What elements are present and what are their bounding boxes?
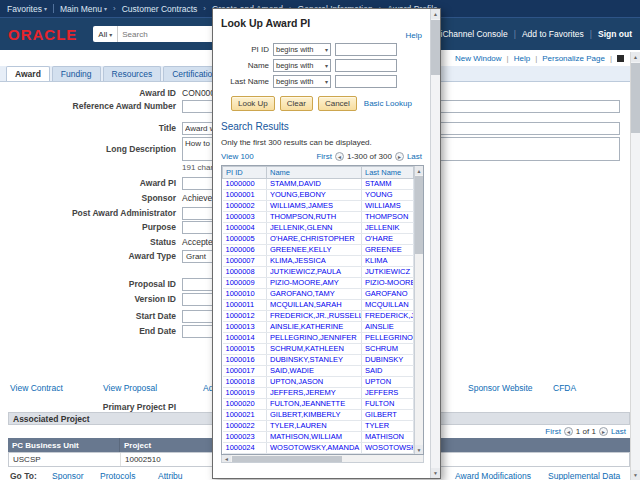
last-name-operator-select[interactable]: begins with ▾	[273, 75, 331, 88]
last-name-column-header[interactable]: Last Name	[362, 167, 414, 179]
last-name-link[interactable]: WOSOTOWSKY	[365, 443, 414, 452]
pi-id-column-link[interactable]: PI ID	[226, 168, 243, 177]
last-name-link[interactable]: JUTKIEWICZ	[365, 267, 410, 276]
scroll-up-icon[interactable]: ▲	[631, 52, 640, 62]
pi-id-link[interactable]: 1000012	[226, 311, 255, 320]
pi-id-link[interactable]: 1000001	[226, 190, 255, 199]
name-link[interactable]: DUBINSKY,STANLEY	[270, 355, 343, 364]
tab-funding[interactable]: Funding	[52, 66, 101, 81]
name-link[interactable]: PIZIO-MOORE,AMY	[270, 278, 339, 287]
pi-id-link[interactable]: 1000014	[226, 333, 255, 342]
scrollbar-thumb[interactable]	[431, 20, 440, 75]
name-link[interactable]: JUTKIEWICZ,PAULA	[270, 267, 341, 276]
results-vertical-scrollbar[interactable]: ▲ ▼	[414, 166, 423, 454]
scroll-down-icon[interactable]: ▼	[631, 470, 640, 480]
pi-id-link[interactable]: 1000023	[226, 432, 255, 441]
name-link[interactable]: TYLER,LAUREN	[270, 421, 327, 430]
name-input[interactable]	[335, 59, 397, 72]
pi-id-link[interactable]: 1000021	[226, 410, 255, 419]
name-link[interactable]: AINSLIE,KATHERINE	[270, 322, 343, 331]
last-name-link[interactable]: STAMM	[365, 179, 392, 188]
name-link[interactable]: THOMPSON,RUTH	[270, 212, 336, 221]
pi-id-link[interactable]: 1000007	[226, 256, 255, 265]
pi-id-link[interactable]: 1000019	[226, 388, 255, 397]
first-page-link[interactable]: First	[316, 152, 332, 161]
clear-button[interactable]: Clear	[280, 96, 313, 111]
view-proposal-link[interactable]: View Proposal	[103, 383, 157, 393]
pi-id-link[interactable]: 1000020	[226, 399, 255, 408]
view-contract-link[interactable]: View Contract	[10, 383, 63, 393]
name-link[interactable]: WOSOTOWSKY,AMANDA	[270, 443, 359, 452]
last-name-link[interactable]: SAID	[365, 366, 383, 375]
name-link[interactable]: FULTON,JEANNETTE	[270, 399, 345, 408]
cfda-link[interactable]: CFDA	[553, 383, 576, 393]
goto-attributes-link[interactable]: Attribu	[158, 471, 183, 480]
name-link[interactable]: YOUNG,EBONY	[270, 190, 326, 199]
last-name-link[interactable]: GAROFANO	[365, 289, 408, 298]
previous-page-icon[interactable]: ◄	[335, 152, 344, 161]
name-link[interactable]: MCQUILLAN,SARAH	[270, 300, 342, 309]
last-name-link[interactable]: PIZIO-MOORE	[365, 278, 414, 287]
scroll-down-icon[interactable]: ▼	[415, 445, 423, 454]
basic-lookup-link[interactable]: Basic Lookup	[364, 99, 412, 108]
name-link[interactable]: SCHRUM,KATHLEEN	[270, 344, 344, 353]
last-name-input[interactable]	[335, 75, 397, 88]
name-link[interactable]: SAID,WADIE	[270, 366, 314, 375]
name-link[interactable]: GREENEE,KELLY	[270, 245, 332, 254]
look-up-button[interactable]: Look Up	[231, 96, 275, 111]
previous-page-icon[interactable]: ◄	[564, 427, 573, 436]
pi-id-link[interactable]: 1000024	[226, 443, 255, 452]
last-name-link[interactable]: TYLER	[365, 421, 389, 430]
scrollbar-thumb[interactable]	[415, 176, 423, 254]
results-horizontal-scrollbar[interactable]: ◄	[221, 455, 424, 463]
sign-out-link[interactable]: Sign out	[598, 29, 632, 39]
personalize-page-link[interactable]: Personalize Page	[542, 54, 605, 63]
last-name-link[interactable]: DUBINSKY	[365, 355, 403, 364]
pi-id-link[interactable]: 1000010	[226, 289, 255, 298]
last-name-link[interactable]: JEFFERS	[365, 388, 398, 397]
pi-id-link[interactable]: 1000008	[226, 267, 255, 276]
scroll-left-icon[interactable]: ◄	[222, 455, 231, 462]
last-name-link[interactable]: MCQUILLAN	[365, 300, 409, 309]
name-link[interactable]: UPTON,JASON	[270, 377, 323, 386]
name-column-link[interactable]: Name	[270, 168, 290, 177]
new-window-link[interactable]: New Window	[455, 54, 502, 63]
scrollbar-thumb[interactable]	[631, 63, 640, 133]
goto-supplemental-data-link[interactable]: Supplemental Data	[548, 471, 620, 480]
name-column-header[interactable]: Name	[267, 167, 362, 179]
view-100-link[interactable]: View 100	[221, 152, 254, 161]
name-link[interactable]: JELLENIK,GLENN	[270, 223, 333, 232]
last-name-link[interactable]: PELLEGRINO	[365, 333, 413, 342]
name-link[interactable]: GILBERT,KIMBERLY	[270, 410, 341, 419]
name-link[interactable]: STAMM,DAVID	[270, 179, 321, 188]
pi-id-link[interactable]: 1000000	[226, 179, 255, 188]
pi-id-link[interactable]: 1000015	[226, 344, 255, 353]
pi-id-link[interactable]: 1000017	[226, 366, 255, 375]
last-name-link[interactable]: FULTON	[365, 399, 394, 408]
last-page-link[interactable]: Last	[611, 427, 626, 436]
cancel-button[interactable]: Cancel	[318, 96, 357, 111]
goto-award-modifications-link[interactable]: Award Modifications	[455, 471, 531, 480]
dialog-scrollbar[interactable]: ▲ ▼	[430, 9, 440, 478]
last-name-link[interactable]: GILBERT	[365, 410, 397, 419]
last-name-link[interactable]: THOMPSON	[365, 212, 408, 221]
pi-id-link[interactable]: 1000009	[226, 278, 255, 287]
favorites-menu[interactable]: Favorites ▾	[7, 4, 47, 14]
goto-protocols-link[interactable]: Protocols	[100, 471, 135, 480]
pi-id-link[interactable]: 1000003	[226, 212, 255, 221]
main-menu[interactable]: Main Menu ▾	[60, 4, 107, 14]
pi-id-link[interactable]: 1000004	[226, 223, 255, 232]
last-name-link[interactable]: KLIMA	[365, 256, 388, 265]
help-link[interactable]: Help	[514, 54, 530, 63]
name-link[interactable]: MATHISON,WILLIAM	[270, 432, 342, 441]
tab-resources[interactable]: Resources	[103, 66, 162, 81]
goto-sponsor-link[interactable]: Sponsor	[52, 471, 84, 480]
next-page-icon[interactable]: ►	[599, 427, 608, 436]
name-link[interactable]: GAROFANO,TAMY	[270, 289, 335, 298]
first-page-link[interactable]: First	[545, 427, 561, 436]
last-page-link[interactable]: Last	[407, 152, 422, 161]
pi-id-link[interactable]: 1000022	[226, 421, 255, 430]
pi-id-link[interactable]: 1000002	[226, 201, 255, 210]
last-name-link[interactable]: O'HARE	[365, 234, 393, 243]
pi-id-column-header[interactable]: PI ID	[223, 167, 267, 179]
